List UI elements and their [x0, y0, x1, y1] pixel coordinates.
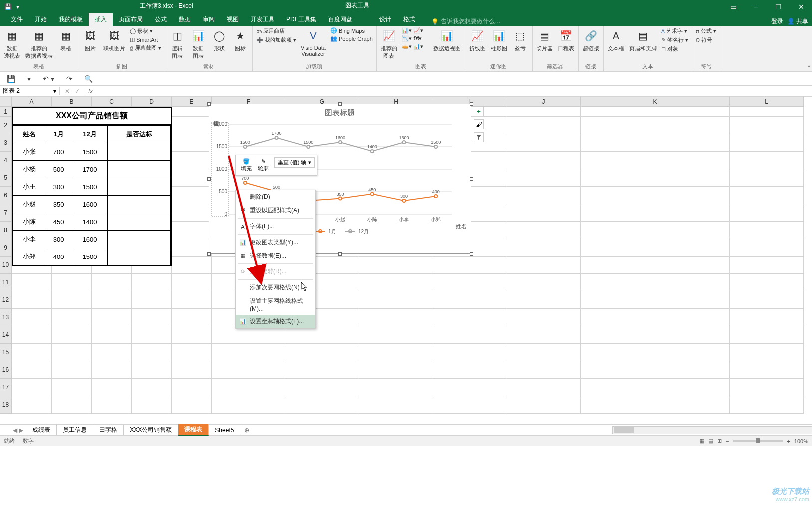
sym-button[interactable]: Ω符号 [694, 36, 718, 44]
timeline-button[interactable]: 📅日程表 [556, 27, 576, 53]
menu-select-data[interactable]: ▦选择数据(E)... [236, 249, 315, 262]
name-box[interactable]: 图表 2▾ [0, 87, 60, 95]
menu-delete[interactable]: 删除(D) [236, 190, 315, 204]
sheet-tab-2[interactable]: 员工信息 [57, 425, 93, 435]
sheet-tab-6[interactable]: Sheet5 [209, 426, 240, 435]
col-header[interactable]: D [132, 97, 172, 107]
visio-button[interactable]: VVisio Data Visualizer [299, 27, 328, 58]
axis-select-dropdown[interactable]: 垂直 (值) 轴▾ [274, 157, 315, 168]
row-header[interactable]: 8 [0, 222, 12, 239]
screenshot-button[interactable]: ⎙屏幕截图 ▾ [128, 44, 163, 52]
resize-handle[interactable] [207, 102, 211, 106]
login-link[interactable]: 登录 [771, 17, 783, 26]
pic-button[interactable]: 🖼图片 [80, 27, 100, 53]
smartart-button[interactable]: ◫SmartArt [128, 36, 163, 43]
resize-handle[interactable] [338, 102, 342, 106]
obj-button[interactable]: ◻对象 [660, 45, 690, 53]
table-button[interactable]: ▦表格 [56, 27, 76, 53]
cancel-formula-icon[interactable]: ✕ [63, 88, 72, 95]
myaddins-button[interactable]: ➕我的加载项 ▾ [255, 36, 298, 44]
menu-change-type[interactable]: 📊更改图表类型(Y)... [236, 236, 315, 249]
chart-elements-button[interactable]: + [474, 106, 484, 116]
row-header[interactable]: 3 [0, 134, 12, 152]
col-header[interactable]: A [12, 97, 52, 107]
select-all-corner[interactable] [0, 97, 12, 107]
resize-handle[interactable] [470, 102, 473, 106]
row-header[interactable]: 18 [0, 396, 12, 414]
tab-insert[interactable]: 插入 [89, 13, 113, 26]
resize-handle[interactable] [470, 177, 473, 181]
row-header[interactable]: 13 [0, 309, 12, 326]
textbox-button[interactable]: A文本框 [606, 27, 626, 53]
col-header[interactable]: L [730, 97, 804, 107]
row-header[interactable]: 4 [0, 152, 12, 169]
sheet-tab-4[interactable]: XXX公司销售额 [124, 425, 178, 435]
resize-handle[interactable] [207, 177, 211, 181]
view-normal-icon[interactable]: ▦ [699, 438, 704, 444]
chart-styles-button[interactable]: 🖌 [474, 119, 484, 129]
menu-reset[interactable]: ↺重设以匹配样式(A) [236, 204, 315, 217]
redo-button[interactable]: ↷ [63, 74, 75, 84]
resize-handle[interactable] [207, 252, 211, 256]
spark-wl-button[interactable]: ⬚盈亏 [510, 27, 530, 53]
menu-font[interactable]: A字体(F)... [236, 220, 315, 233]
eq-button[interactable]: π公式 ▾ [694, 27, 718, 35]
tab-layout[interactable]: 页面布局 [113, 13, 149, 26]
formula-input[interactable]: fx [85, 88, 812, 95]
chart-filters-button[interactable] [474, 132, 484, 142]
sheet-nav[interactable]: ◀ ▶ [10, 427, 26, 434]
zoom-slider[interactable] [733, 440, 783, 442]
shapes-button[interactable]: ◯形状 ▾ [128, 27, 163, 35]
ribbon-display-icon[interactable]: ▭ [722, 0, 745, 13]
row-header[interactable]: 1 [0, 107, 12, 117]
share-button[interactable]: 👤 共享 [787, 17, 808, 26]
wordart-button[interactable]: A艺术字 ▾ [660, 27, 690, 35]
row-header[interactable]: 5 [0, 169, 12, 187]
model-button[interactable]: ◯形状 [209, 27, 229, 53]
qat-dropdown[interactable]: ▾ [24, 74, 34, 84]
resize-handle[interactable] [338, 252, 342, 256]
tab-data[interactable]: 数据 [173, 13, 197, 26]
row-header[interactable]: 16 [0, 361, 12, 379]
icons-button[interactable]: ★图标 [230, 27, 250, 53]
row-header[interactable]: 7 [0, 204, 12, 222]
enter-formula-icon[interactable]: ✓ [73, 88, 82, 95]
outline-button[interactable]: ✎轮廓 [255, 157, 271, 173]
dropdown-icon[interactable]: ▾ [14, 3, 22, 11]
spark-col-button[interactable]: 📊柱形图 [489, 27, 509, 53]
chart-type-3[interactable]: 🥧▾ 📊▾ [400, 43, 430, 50]
print-preview-button[interactable]: 🔍 [81, 74, 96, 84]
rec-pivot-button[interactable]: ▦推荐的 数据透视表 [23, 27, 55, 61]
maximize-icon[interactable]: ☐ [767, 0, 790, 13]
menu-major-grid-fmt[interactable]: 设置主要网格线格式(M)... [236, 294, 315, 315]
save-icon[interactable]: 💾 [4, 3, 12, 11]
pivot-table-button[interactable]: ▦数据 透视表 [2, 27, 22, 61]
sheet-tab-1[interactable]: 成绩表 [26, 425, 57, 435]
tab-home[interactable]: 开始 [29, 13, 53, 26]
sheet-tab-5[interactable]: 课程表 [178, 424, 209, 436]
slicer-button[interactable]: ▤切片器 [535, 27, 555, 53]
close-icon[interactable]: ✕ [790, 0, 812, 13]
row-header[interactable]: 9 [0, 239, 12, 257]
collapse-ribbon-icon[interactable]: ˄ [808, 65, 810, 70]
tab-baidu[interactable]: 百度网盘 [322, 13, 358, 26]
row-header[interactable]: 11 [0, 274, 12, 291]
col-header[interactable]: J [507, 97, 581, 107]
tab-format[interactable]: 格式 [397, 13, 421, 26]
row-header[interactable]: 12 [0, 291, 12, 309]
bing-button[interactable]: 🌐Bing Maps [329, 27, 374, 34]
minimize-icon[interactable]: ─ [745, 0, 767, 13]
zoom-out-icon[interactable]: − [726, 438, 729, 444]
col-header[interactable]: K [581, 97, 730, 107]
online-pic-button[interactable]: 🖼联机图片 [101, 27, 127, 53]
col-header[interactable]: C [92, 97, 132, 107]
hier-button[interactable]: ◫逻辑 图表 [167, 27, 187, 61]
row-header[interactable]: 10 [0, 257, 12, 274]
resize-handle[interactable] [470, 252, 473, 256]
data-chart-button[interactable]: 📊数据 图表 [188, 27, 208, 61]
sheet-tab-3[interactable]: 田字格 [93, 425, 124, 435]
horizontal-scrollbar[interactable] [612, 426, 812, 434]
tab-pdf[interactable]: PDF工具集 [280, 13, 322, 26]
view-break-icon[interactable]: ⊞ [717, 438, 722, 444]
tab-dev[interactable]: 开发工具 [245, 13, 280, 26]
